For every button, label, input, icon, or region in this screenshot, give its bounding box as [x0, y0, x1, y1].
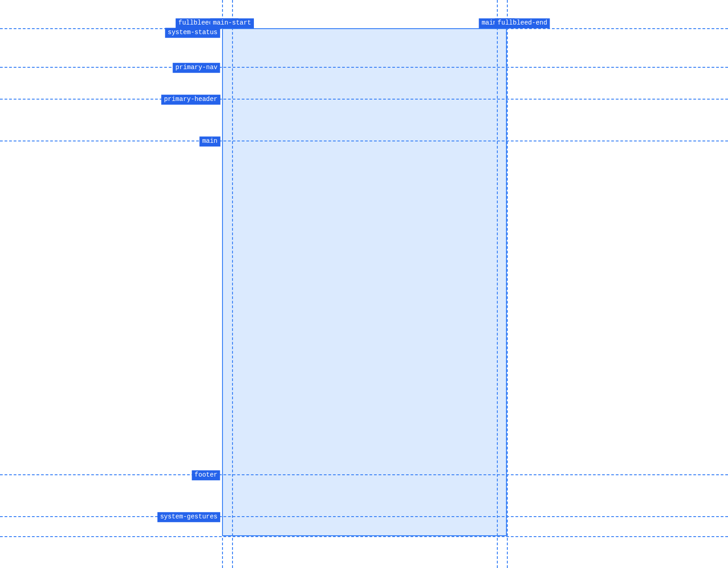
grid-overlay-diagram: fullbleed-start main-start main-end full…: [0, 0, 728, 568]
row-line-main: [0, 141, 728, 141]
row-label-system-gestures: system-gestures: [157, 512, 220, 522]
row-label-primary-nav: primary-nav: [173, 63, 220, 73]
row-line-primary-nav: [0, 67, 728, 68]
row-line-end: [0, 536, 728, 537]
column-line-fullbleed-end: [507, 0, 508, 568]
row-label-system-status: system-status: [165, 28, 220, 38]
column-label-main-start: main-start: [210, 18, 254, 28]
row-label-main: main: [199, 136, 220, 146]
column-label-fullbleed-end: fullbleed-end: [495, 18, 550, 28]
column-line-fullbleed-start: [222, 0, 223, 568]
row-label-primary-header: primary-header: [161, 95, 220, 105]
row-line-system-gestures: [0, 516, 728, 517]
row-label-footer: footer: [192, 470, 220, 480]
grid-container-area: [222, 28, 507, 536]
row-line-footer: [0, 474, 728, 475]
row-line-system-status: [0, 28, 728, 29]
row-line-primary-header: [0, 99, 728, 100]
column-line-main-end: [497, 0, 498, 568]
column-line-main-start: [232, 0, 233, 568]
